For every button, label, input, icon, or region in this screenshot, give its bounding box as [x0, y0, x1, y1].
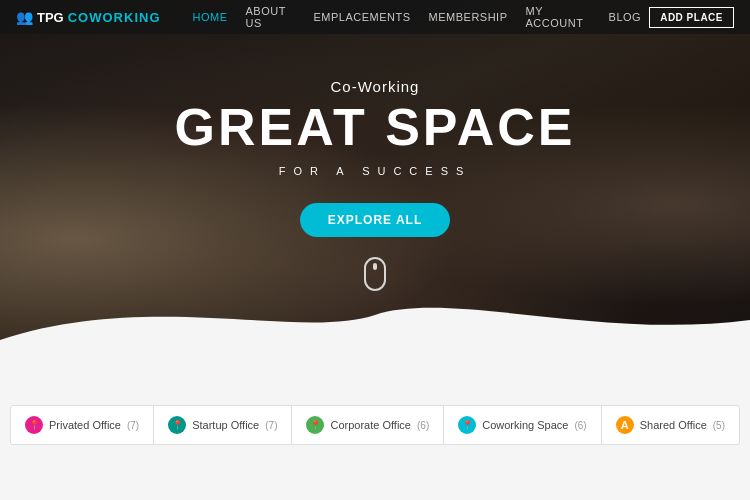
- logo[interactable]: 👥 TPG COWORKING: [16, 9, 161, 25]
- startup-office-icon: 📍: [168, 416, 186, 434]
- coworking-space-count: (6): [574, 420, 586, 431]
- hero-tagline: FOR A SUCCESS: [279, 165, 472, 177]
- privated-office-label: Privated Office: [49, 419, 121, 431]
- category-bar: 📍 Privated Office (7) 📍 Startup Office (…: [10, 405, 740, 445]
- shared-office-icon: A: [616, 416, 634, 434]
- coworking-space-label: Coworking Space: [482, 419, 568, 431]
- shared-office-count: (5): [713, 420, 725, 431]
- svg-rect-1: [373, 263, 377, 270]
- category-startup-office[interactable]: 📍 Startup Office (7): [154, 406, 292, 444]
- add-place-button[interactable]: ADD PLACE: [649, 7, 734, 28]
- category-corporate-office[interactable]: 📍 Corporate Office (6): [292, 406, 444, 444]
- startup-office-label: Startup Office: [192, 419, 259, 431]
- hero-subtitle: Co-Working: [331, 78, 420, 95]
- corporate-office-label: Corporate Office: [330, 419, 411, 431]
- shared-office-label: Shared Office: [640, 419, 707, 431]
- nav-home[interactable]: HOME: [185, 0, 236, 34]
- nav-links: HOME ABOUT US EMPLACEMENTS MEMBERSHIP MY…: [185, 0, 650, 34]
- nav-blog[interactable]: BLOG: [601, 0, 650, 34]
- bottom-section: 📍 Privated Office (7) 📍 Startup Office (…: [0, 340, 750, 500]
- explore-all-button[interactable]: EXPLORE ALL: [300, 203, 451, 237]
- coworking-space-icon: 📍: [458, 416, 476, 434]
- nav-membership[interactable]: MEMBERSHIP: [421, 0, 516, 34]
- hero-section: Co-Working GREAT SPACE FOR A SUCCESS EXP…: [0, 0, 750, 340]
- category-privated-office[interactable]: 📍 Privated Office (7): [11, 406, 154, 444]
- logo-tpg: TPG: [37, 10, 64, 25]
- corporate-office-count: (6): [417, 420, 429, 431]
- corporate-office-icon: 📍: [306, 416, 324, 434]
- svg-rect-0: [365, 258, 385, 290]
- startup-office-count: (7): [265, 420, 277, 431]
- navbar: 👥 TPG COWORKING HOME ABOUT US EMPLACEMEN…: [0, 0, 750, 34]
- hero-content: Co-Working GREAT SPACE FOR A SUCCESS EXP…: [0, 0, 750, 340]
- category-coworking-space[interactable]: 📍 Coworking Space (6): [444, 406, 601, 444]
- privated-office-icon: 📍: [25, 416, 43, 434]
- logo-icon: 👥: [16, 9, 33, 25]
- privated-office-count: (7): [127, 420, 139, 431]
- nav-emplacements[interactable]: EMPLACEMENTS: [305, 0, 418, 34]
- nav-my-account[interactable]: MY ACCOUNT: [518, 0, 599, 34]
- category-shared-office[interactable]: A Shared Office (5): [602, 406, 739, 444]
- nav-about[interactable]: ABOUT US: [238, 0, 304, 34]
- hero-title: GREAT SPACE: [175, 101, 576, 153]
- logo-coworking: COWORKING: [68, 10, 161, 25]
